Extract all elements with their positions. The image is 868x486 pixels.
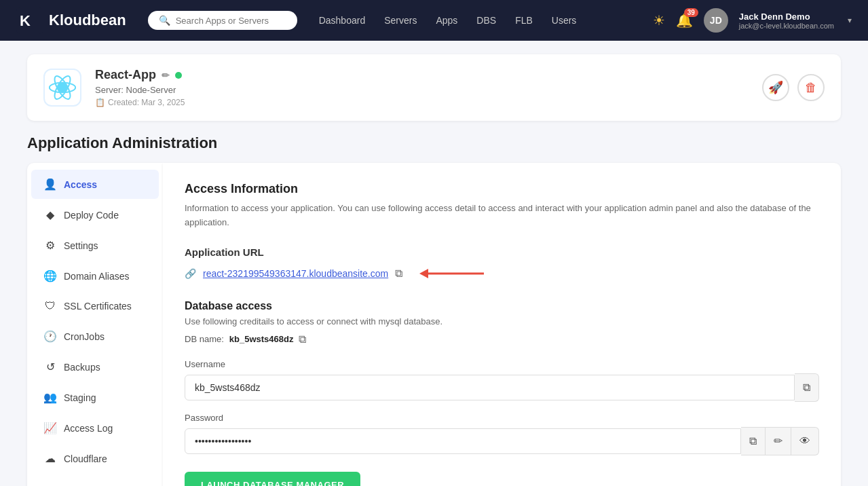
cloud-icon: ☁ <box>43 452 57 465</box>
launch-db-manager-button[interactable]: LAUNCH DATABASE MANAGER <box>185 472 360 486</box>
avatar: JD <box>704 8 728 33</box>
app-info: React-App ✏ Server: Node-Server 📋 Create… <box>95 68 749 107</box>
gear-icon: ⚙ <box>43 239 57 252</box>
nav-flb[interactable]: FLB <box>515 15 533 26</box>
theme-toggle-icon[interactable]: ☀ <box>653 12 665 29</box>
deploy-button[interactable]: 🚀 <box>762 74 789 101</box>
logo: K Kloudbean <box>16 7 126 34</box>
nav-users[interactable]: Users <box>552 15 577 26</box>
nav-dbs[interactable]: DBS <box>476 15 496 26</box>
shield-icon: 🛡 <box>43 300 57 312</box>
copy-db-name-icon[interactable]: ⧉ <box>299 333 306 345</box>
clock-icon: 🕐 <box>43 330 57 343</box>
sidebar-item-cloudflare[interactable]: ☁ Cloudflare <box>31 444 159 473</box>
user-icon: 👤 <box>43 178 57 191</box>
svg-marker-7 <box>419 269 428 278</box>
admin-layout: 👤 Access ◆ Deploy Code ⚙ Settings 🌐 Doma… <box>27 163 841 486</box>
search-icon: 🔍 <box>159 15 170 26</box>
app-card: React-App ✏ Server: Node-Server 📋 Create… <box>27 54 841 121</box>
app-url-row: 🔗 react-232199549363147.kloudbeansite.co… <box>185 263 819 284</box>
navbar-right: ☀ 🔔 39 JD Jack Denn Demo jack@c-level.kl… <box>653 8 852 33</box>
link-icon: 🔗 <box>185 268 196 279</box>
edit-icon[interactable]: ✏ <box>162 70 170 81</box>
copy-password-button[interactable]: ⧉ <box>741 427 766 455</box>
sidebar-label-cloudflare: Cloudflare <box>64 453 107 464</box>
user-info: Jack Denn Demo jack@c-level.kloudbean.co… <box>739 12 834 30</box>
notification-badge: 39 <box>684 8 698 17</box>
sidebar-item-deploy-code[interactable]: ◆ Deploy Code <box>31 200 159 229</box>
user-email: jack@c-level.kloudbean.com <box>739 22 834 30</box>
logo-text: Kloudbean <box>49 12 126 29</box>
db-name-value: kb_5wsts468dz <box>229 334 294 344</box>
app-name: React-App <box>95 68 156 82</box>
sidebar-label-staging: Staging <box>64 392 96 403</box>
notification-button[interactable]: 🔔 39 <box>676 12 693 29</box>
sidebar-item-domain-aliases[interactable]: 🌐 Domain Aliases <box>31 261 159 291</box>
sidebar-label-backups: Backups <box>64 362 100 373</box>
main-content: Access Information Information to access… <box>163 163 841 486</box>
page-title: Application Administration <box>27 134 841 152</box>
app-created: 📋 Created: Mar 3, 2025 <box>95 98 749 107</box>
username-input[interactable] <box>185 375 795 400</box>
staging-icon: 👥 <box>43 391 57 404</box>
db-section-title: Database access <box>185 300 819 312</box>
user-name: Jack Denn Demo <box>739 12 834 22</box>
app-icon <box>43 69 81 107</box>
sidebar-label-deploy-code: Deploy Code <box>64 210 119 221</box>
username-label: Username <box>185 359 819 369</box>
sidebar-item-cron-jobs[interactable]: 🕐 CronJobs <box>31 322 159 351</box>
delete-button[interactable]: 🗑 <box>797 74 825 101</box>
nav-servers[interactable]: Servers <box>384 15 417 26</box>
section-desc: Information to access your application. … <box>185 202 819 230</box>
app-server: Server: Node-Server <box>95 85 749 95</box>
calendar-icon: 📋 <box>95 98 105 107</box>
sidebar-label-domain-aliases: Domain Aliases <box>64 271 130 282</box>
sidebar-item-access[interactable]: 👤 Access <box>31 170 159 199</box>
nav-apps[interactable]: Apps <box>436 15 457 26</box>
search-input[interactable] <box>176 16 286 26</box>
db-name-row: DB name: kb_5wsts468dz ⧉ <box>185 333 819 345</box>
sidebar-label-access: Access <box>64 179 97 190</box>
password-row: ⧉ ✏ 👁 <box>185 427 819 455</box>
chart-icon: 📈 <box>43 422 57 434</box>
sidebar-label-cron-jobs: CronJobs <box>64 331 105 342</box>
app-url-label: Application URL <box>185 246 819 258</box>
sidebar-item-access-log[interactable]: 📈 Access Log <box>31 413 159 443</box>
edit-password-button[interactable]: ✏ <box>766 427 791 455</box>
copy-username-button[interactable]: ⧉ <box>795 373 819 402</box>
sidebar-item-ssl-certificates[interactable]: 🛡 SSL Certificates <box>31 292 159 320</box>
diamond-icon: ◆ <box>43 208 57 221</box>
sidebar-label-ssl-certificates: SSL Certificates <box>64 301 132 312</box>
navbar: K Kloudbean 🔍 Dashboard Servers Apps DBS… <box>0 0 868 41</box>
refresh-icon: ↺ <box>43 360 57 373</box>
svg-text:K: K <box>20 12 31 29</box>
app-url-link[interactable]: react-232199549363147.kloudbeansite.com <box>203 268 388 279</box>
red-arrow-indicator <box>409 263 491 284</box>
globe-icon: 🌐 <box>43 269 57 282</box>
status-indicator <box>175 72 182 79</box>
sidebar-label-access-log: Access Log <box>64 423 113 434</box>
password-input[interactable] <box>185 428 741 454</box>
chevron-down-icon[interactable]: ▾ <box>848 16 852 25</box>
search-bar[interactable]: 🔍 <box>148 11 297 30</box>
username-row: ⧉ <box>185 373 819 402</box>
section-title: Access Information <box>185 182 819 196</box>
db-name-label: DB name: <box>185 334 224 344</box>
nav-links: Dashboard Servers Apps DBS FLB Users <box>319 15 631 26</box>
app-actions: 🚀 🗑 <box>762 74 825 101</box>
sidebar-item-backups[interactable]: ↺ Backups <box>31 352 159 381</box>
nav-dashboard[interactable]: Dashboard <box>319 15 366 26</box>
sidebar-item-settings[interactable]: ⚙ Settings <box>31 231 159 260</box>
db-desc: Use following creditails to access or co… <box>185 316 819 326</box>
sidebar-item-staging[interactable]: 👥 Staging <box>31 383 159 412</box>
copy-url-icon[interactable]: ⧉ <box>395 267 402 280</box>
sidebar: 👤 Access ◆ Deploy Code ⚙ Settings 🌐 Doma… <box>27 163 163 486</box>
sidebar-label-settings: Settings <box>64 240 98 251</box>
password-label: Password <box>185 413 819 423</box>
show-password-button[interactable]: 👁 <box>791 427 819 455</box>
